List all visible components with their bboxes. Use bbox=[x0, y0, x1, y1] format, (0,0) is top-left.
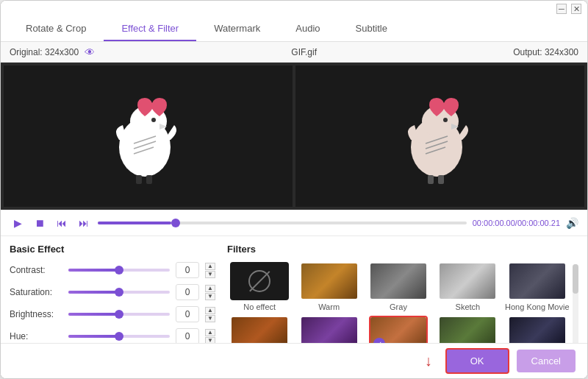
hue-up[interactable]: ▲ bbox=[205, 329, 215, 336]
filter-sketch-label: Sketch bbox=[456, 302, 481, 311]
svg-point-3 bbox=[151, 118, 156, 122]
brightness-up[interactable]: ▲ bbox=[205, 307, 215, 314]
svg-rect-13 bbox=[428, 175, 434, 184]
preview-panel-right bbox=[295, 65, 584, 207]
filter-warm-label: Warm bbox=[318, 302, 340, 311]
tab-effect-filter[interactable]: Effect & Filter bbox=[104, 17, 196, 41]
hue-input[interactable] bbox=[176, 328, 199, 343]
filter-coordinates[interactable]: Coordinates bbox=[435, 316, 500, 343]
filter-warm[interactable]: Warm bbox=[296, 262, 361, 311]
filter-gray[interactable]: Gray bbox=[366, 262, 431, 311]
brightness-down[interactable]: ▼ bbox=[205, 315, 215, 322]
contrast-input[interactable] bbox=[176, 262, 199, 278]
bottom-bar: ↓ OK Cancel bbox=[1, 343, 587, 378]
brightness-input[interactable] bbox=[176, 306, 199, 322]
brightness-row: Brightness: ▲ ▼ bbox=[10, 306, 215, 322]
filter-hk-movie[interactable]: Hong Kong Movie bbox=[505, 262, 570, 311]
minimize-button[interactable]: ─ bbox=[556, 4, 567, 14]
saturation-input[interactable] bbox=[176, 284, 199, 300]
saturation-row: Saturation: ▲ ▼ bbox=[10, 284, 215, 300]
svg-rect-14 bbox=[438, 175, 444, 184]
output-size: Output: 324x300 bbox=[513, 47, 578, 57]
filter-gray-label: Gray bbox=[390, 302, 407, 311]
filter-orange-dots[interactable]: Orange Dots bbox=[227, 316, 292, 343]
original-size: Original: 324x300 bbox=[10, 47, 79, 57]
preview-image-left bbox=[101, 88, 196, 184]
ok-button[interactable]: OK bbox=[445, 348, 509, 374]
saturation-stepper[interactable]: ▲ ▼ bbox=[205, 285, 215, 300]
saturation-slider[interactable] bbox=[68, 291, 170, 294]
tab-bar: Rotate & Crop Effect & Filter Watermark … bbox=[1, 17, 587, 42]
filters-scrollbar[interactable] bbox=[573, 264, 578, 343]
info-bar: Original: 324x300 👁 GIF.gif Output: 324x… bbox=[1, 42, 587, 63]
hue-stepper[interactable]: ▲ ▼ bbox=[205, 329, 215, 344]
tab-subtitle[interactable]: Subtitle bbox=[338, 17, 405, 41]
filename-display: GIF.gif bbox=[291, 47, 317, 57]
effects-panel: Basic Effect Contrast: ▲ ▼ Saturation: bbox=[10, 244, 215, 336]
filters-grid: No effect Warm Gray bbox=[227, 262, 578, 343]
contrast-label: Contrast: bbox=[10, 265, 62, 275]
svg-rect-5 bbox=[146, 175, 152, 184]
contrast-stepper[interactable]: ▲ ▼ bbox=[205, 263, 215, 278]
preview-area bbox=[1, 63, 587, 210]
effects-title: Basic Effect bbox=[10, 244, 215, 255]
filter-sketch[interactable]: Sketch bbox=[435, 262, 500, 311]
prev-button[interactable]: ⏮ bbox=[54, 215, 70, 231]
filters-panel: Filters No effect Warm bbox=[227, 244, 578, 336]
tab-audio[interactable]: Audio bbox=[278, 17, 337, 41]
filters-title: Filters bbox=[227, 244, 578, 255]
tab-watermark[interactable]: Watermark bbox=[196, 17, 278, 41]
stop-button[interactable]: ⏹ bbox=[32, 215, 48, 231]
filter-purple[interactable]: Purple bbox=[296, 316, 361, 343]
saturation-up[interactable]: ▲ bbox=[205, 285, 215, 292]
hue-row: Hue: ▲ ▼ bbox=[10, 328, 215, 343]
contrast-up[interactable]: ▲ bbox=[205, 263, 215, 270]
hue-label: Hue: bbox=[10, 331, 62, 341]
preview-image-right bbox=[392, 88, 488, 184]
saturation-label: Saturation: bbox=[10, 287, 62, 297]
filter-current[interactable]: ✓ Current Plain bbox=[366, 316, 431, 343]
filter-stars[interactable]: Stars bbox=[505, 316, 570, 343]
svg-point-12 bbox=[443, 118, 448, 122]
saturation-down[interactable]: ▼ bbox=[205, 293, 215, 300]
close-button[interactable]: ✕ bbox=[571, 4, 581, 14]
filter-no-effect-label: No effect bbox=[243, 302, 276, 311]
progress-bar[interactable] bbox=[98, 222, 467, 224]
brightness-slider[interactable] bbox=[68, 313, 170, 316]
filters-scroll-thumb[interactable] bbox=[573, 264, 578, 294]
info-left: Original: 324x300 👁 bbox=[10, 46, 95, 58]
tab-rotate-crop[interactable]: Rotate & Crop bbox=[8, 17, 104, 41]
contrast-slider[interactable] bbox=[68, 269, 170, 272]
title-bar: ─ ✕ bbox=[1, 1, 587, 17]
contrast-down[interactable]: ▼ bbox=[205, 271, 215, 278]
hue-slider[interactable] bbox=[68, 335, 170, 338]
main-window: ─ ✕ Rotate & Crop Effect & Filter Waterm… bbox=[0, 0, 588, 379]
next-button[interactable]: ⏭ bbox=[76, 215, 92, 231]
time-display: 00:00:00.00/00:00:00.21 bbox=[473, 219, 560, 227]
preview-panel-left bbox=[4, 65, 293, 207]
svg-rect-4 bbox=[136, 175, 142, 184]
play-button[interactable]: ▶ bbox=[10, 215, 26, 231]
filter-hk-label: Hong Kong Movie bbox=[505, 302, 569, 311]
main-content: Basic Effect Contrast: ▲ ▼ Saturation: bbox=[1, 236, 587, 343]
hue-down[interactable]: ▼ bbox=[205, 337, 215, 344]
controls-bar: ▶ ⏹ ⏮ ⏭ 00:00:00.00/00:00:00.21 🔊 bbox=[1, 210, 587, 236]
arrow-indicator: ↓ bbox=[425, 353, 432, 369]
brightness-stepper[interactable]: ▲ ▼ bbox=[205, 307, 215, 322]
filter-no-effect[interactable]: No effect bbox=[227, 262, 292, 311]
contrast-row: Contrast: ▲ ▼ bbox=[10, 262, 215, 278]
volume-icon[interactable]: 🔊 bbox=[566, 217, 578, 229]
eye-icon[interactable]: 👁 bbox=[85, 46, 95, 58]
cancel-button[interactable]: Cancel bbox=[517, 350, 576, 372]
brightness-label: Brightness: bbox=[10, 309, 62, 319]
